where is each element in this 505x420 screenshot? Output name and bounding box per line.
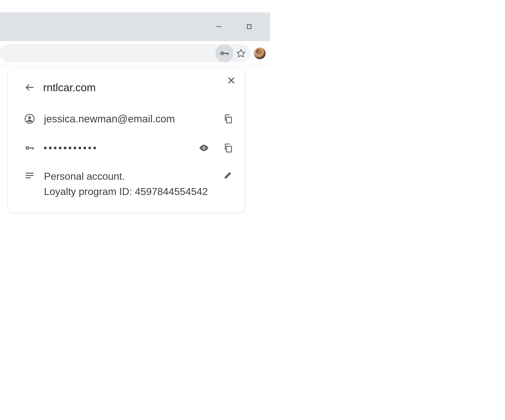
copy-icon xyxy=(223,143,233,153)
copy-password-button[interactable] xyxy=(223,142,234,153)
password-dots xyxy=(44,147,199,149)
note-row: Personal account. Loyalty program ID: 45… xyxy=(8,162,245,199)
close-button[interactable] xyxy=(226,75,237,86)
notes-icon-wrapper xyxy=(24,170,35,181)
browser-chrome xyxy=(0,0,270,66)
password-row xyxy=(8,133,245,162)
top-white-strip xyxy=(0,0,270,12)
note-line-2: Loyalty program ID: 4597844554542 xyxy=(44,184,223,199)
password-dot xyxy=(49,147,52,149)
svg-rect-12 xyxy=(32,148,34,150)
password-value xyxy=(44,147,199,149)
svg-rect-1 xyxy=(247,25,251,29)
svg-point-7 xyxy=(28,116,31,119)
profile-avatar[interactable] xyxy=(254,48,266,59)
svg-rect-15 xyxy=(227,146,232,152)
password-key-chip[interactable] xyxy=(215,44,233,62)
password-dot xyxy=(54,147,57,149)
window-controls xyxy=(215,23,263,31)
eye-icon xyxy=(199,142,209,153)
key-icon xyxy=(219,48,230,59)
svg-rect-8 xyxy=(227,117,232,123)
password-dot xyxy=(88,147,91,149)
password-actions xyxy=(199,142,234,153)
site-name: rntlcar.com xyxy=(43,81,96,94)
copy-username-button[interactable] xyxy=(223,113,234,124)
password-dot xyxy=(93,147,96,149)
page-divider xyxy=(0,66,270,66)
svg-point-10 xyxy=(27,147,28,148)
notes-icon xyxy=(25,171,34,180)
bookmark-button[interactable] xyxy=(236,48,246,59)
password-details-popup: rntlcar.com jessica.newman@email.com xyxy=(8,68,245,213)
maximize-button[interactable] xyxy=(245,23,253,31)
password-dot xyxy=(59,147,62,149)
person-icon-wrapper xyxy=(24,113,35,124)
minimize-icon xyxy=(215,23,223,31)
username-value: jessica.newman@email.com xyxy=(44,113,223,125)
password-dot xyxy=(79,147,81,149)
back-arrow-icon xyxy=(25,82,35,93)
username-row: jessica.newman@email.com xyxy=(8,104,245,133)
note-line-1: Personal account. xyxy=(44,169,223,184)
password-dot xyxy=(83,147,86,149)
address-bar[interactable] xyxy=(0,44,251,62)
username-actions xyxy=(223,113,234,124)
title-bar xyxy=(0,12,270,41)
star-icon xyxy=(236,49,246,58)
edit-icon xyxy=(223,170,233,180)
popup-header: rntlcar.com xyxy=(8,77,245,98)
edit-note-button[interactable] xyxy=(223,170,234,180)
close-icon xyxy=(226,75,236,85)
minimize-button[interactable] xyxy=(215,23,223,31)
password-dot xyxy=(74,147,76,149)
password-dot xyxy=(64,147,66,149)
svg-rect-5 xyxy=(227,53,228,55)
back-button[interactable] xyxy=(24,82,35,93)
password-dot xyxy=(69,147,71,149)
copy-icon xyxy=(223,114,233,124)
toolbar xyxy=(0,41,270,66)
note-text: Personal account. Loyalty program ID: 45… xyxy=(44,169,223,199)
maximize-icon xyxy=(246,23,252,30)
key-icon-wrapper xyxy=(24,142,35,153)
svg-point-14 xyxy=(203,147,205,148)
show-password-button[interactable] xyxy=(199,142,209,153)
key-icon xyxy=(24,142,35,154)
password-dot xyxy=(44,147,47,149)
svg-point-3 xyxy=(221,53,223,54)
person-icon xyxy=(24,113,35,124)
